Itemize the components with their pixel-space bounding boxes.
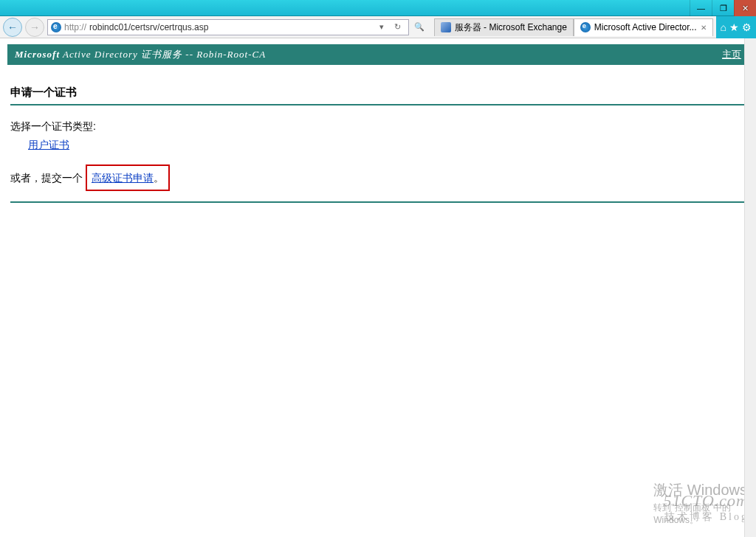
tab-strip: 服务器 - Microsoft Exchange Microsoft Activ…: [434, 18, 713, 36]
select-type-label: 选择一个证书类型:: [10, 117, 746, 136]
back-button[interactable]: ←: [3, 18, 22, 37]
forward-button[interactable]: →: [25, 18, 44, 37]
gear-icon[interactable]: ⚙: [742, 21, 752, 33]
browser-nav: ← → http://robindc01/certsrv/certrqus.as…: [0, 16, 716, 38]
tab-label: 服务器 - Microsoft Exchange: [455, 21, 567, 34]
or-submit-text: 或者，提交一个: [10, 172, 86, 184]
divider: [10, 201, 746, 203]
url-dropdown-icon[interactable]: ▾: [374, 20, 389, 35]
page-title: 申请一个证书: [10, 86, 746, 100]
user-cert-link[interactable]: 用户证书: [28, 136, 69, 154]
minimize-button[interactable]: —: [690, 0, 712, 16]
page-content: 申请一个证书 选择一个证书类型: 用户证书 或者，提交一个 高级证书申请。: [0, 65, 756, 210]
home-link[interactable]: 主页: [722, 48, 741, 61]
favorite-icon[interactable]: ★: [729, 21, 739, 33]
browser-right-icons: ⌂ ★ ⚙: [716, 16, 756, 38]
adcs-header: Microsoft Active Directory 证书服务 -- Robin…: [7, 44, 749, 65]
scrollbar[interactable]: [744, 38, 756, 537]
url-prefix: http://: [64, 22, 86, 32]
refresh-icon[interactable]: ↻: [391, 20, 405, 35]
tab-exchange[interactable]: 服务器 - Microsoft Exchange: [434, 18, 574, 36]
blog-line1: 51CTO.com: [663, 491, 749, 510]
blog-watermark: 51CTO.com 技术博客 Blog: [663, 491, 749, 524]
close-button[interactable]: ✕: [734, 0, 756, 16]
maximize-button[interactable]: ❐: [712, 0, 734, 16]
home-icon[interactable]: ⌂: [721, 21, 726, 33]
highlight-box: 高级证书申请。: [86, 164, 170, 190]
period: 。: [154, 172, 164, 184]
search-icon[interactable]: 🔍: [412, 20, 427, 35]
tab-adcs[interactable]: Microsoft Active Director... ✕: [574, 18, 713, 36]
ie-icon: [51, 22, 61, 32]
address-bar[interactable]: http://robindc01/certsrv/certrqus.asp ▾ …: [47, 19, 409, 35]
window-titlebar: — ❐ ✕: [0, 0, 756, 16]
adcs-brand: Microsoft Active Directory 证书服务 -- Robin…: [15, 48, 266, 61]
tab-close-icon[interactable]: ✕: [701, 24, 707, 32]
tab-label: Microsoft Active Director...: [594, 22, 697, 32]
ie-icon: [580, 22, 591, 32]
blog-line2: 技术博客 Blog: [663, 510, 749, 524]
exchange-icon: [441, 22, 451, 32]
advanced-request-link[interactable]: 高级证书申请: [92, 172, 154, 184]
divider: [10, 104, 746, 105]
url-text: robindc01/certsrv/certrqus.asp: [89, 22, 208, 32]
